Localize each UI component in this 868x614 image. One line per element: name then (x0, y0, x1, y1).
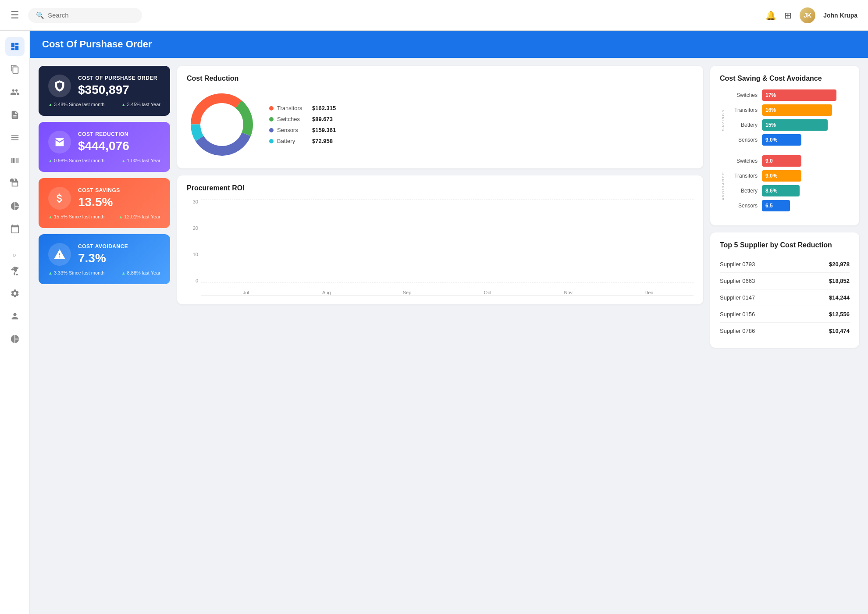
sidebar-item-box[interactable] (5, 174, 25, 193)
kpi-trend-year-label-2: last Year (142, 158, 160, 163)
sidebar-item-document[interactable] (5, 105, 25, 125)
supplier-row-4: Supplier 0786 $10,474 (720, 323, 850, 339)
trend-up-icon-2: ▲ (48, 158, 53, 163)
sidebar-item-piechart[interactable] (5, 329, 25, 349)
sidebar-item-calendar[interactable] (5, 219, 25, 239)
kpi-trend-year: 3.45% (127, 102, 141, 107)
kpi-trend-year-3: 12.01% (124, 214, 140, 219)
cost-reduction-card: Cost Reduction (177, 66, 703, 168)
avoidance-fill-bettery: 8.6% (762, 185, 800, 196)
legend-value-transitors: $162.315 (312, 105, 336, 111)
bar-chart-area: 30 20 10 0 (187, 199, 694, 296)
saving-fill-bettery: 15% (762, 119, 828, 131)
donut-legend: Transitors $162.315 Switches $89.673 Sen… (269, 105, 336, 144)
avoidance-pct-bettery: 8.6% (765, 188, 777, 194)
saving-bar-switches: Switches 17% (729, 89, 850, 101)
procurement-roi-title: Procurement ROI (187, 184, 694, 192)
x-label-aug: Aug (286, 290, 367, 295)
kpi-card-cost-reduction: COST REDUCTION $444,076 ▲ 0.98% Since la… (39, 122, 170, 172)
saving-label-switches: Switches (729, 92, 758, 98)
sidebar-item-dashboard[interactable] (5, 37, 25, 56)
kpi-trend-year-label-3: last Year (142, 214, 160, 219)
x-label-sep: Sep (367, 290, 448, 295)
saving-fill-switches: 17% (762, 89, 836, 101)
supplier-amount-0: $20,978 (829, 261, 850, 268)
screen-icon[interactable]: ⊞ (784, 10, 792, 21)
avatar[interactable]: JK (800, 7, 815, 23)
procurement-roi-card: Procurement ROI 30 20 10 0 (177, 175, 703, 304)
legend-label-switches: Switches (277, 116, 309, 122)
trend-up-year-4: ▲ (121, 271, 126, 275)
savings-bars-section: Switches 17% Transitors (729, 89, 850, 149)
search-input[interactable] (48, 11, 134, 19)
legend-battery: Battery $72.958 (269, 138, 336, 144)
trend-up-icon-year: ▲ (121, 102, 126, 107)
top-navigation: ☰ 🔍 🔔 ⊞ JK John Krupa (0, 0, 868, 31)
legend-switches: Switches $89.673 (269, 116, 336, 122)
saving-bar-transitors: Transitors 16% (729, 104, 850, 116)
sidebar-item-barcode[interactable] (5, 151, 25, 170)
kpi-value-savings: 13.5% (78, 195, 120, 209)
kpi-icon-savings (48, 187, 71, 210)
legend-dot-sensors (269, 128, 274, 132)
bar-chart-container: 30 20 10 0 (187, 199, 694, 296)
sidebar-item-list[interactable] (5, 128, 25, 147)
top-suppliers-card: Top 5 Supplier by Cost Reduction Supplie… (710, 232, 859, 348)
content-area: Cost Of Purshase Order COST OF PURSHASE … (30, 31, 868, 614)
kpi-trend-month-2: 0.98% (54, 158, 68, 163)
supplier-row-0: Supplier 0793 $20,978 (720, 256, 850, 273)
kpi-trend-year-4: 8.88% (127, 270, 141, 275)
kpi-icon-reduction (48, 131, 71, 154)
avoidance-label: AVOIDANCE (721, 171, 725, 200)
avoidance-track-switches: 9.0 (762, 155, 850, 167)
supplier-amount-3: $12,556 (829, 311, 850, 318)
user-name: John Krupa (823, 12, 857, 19)
trend-up-year-3: ▲ (119, 214, 123, 219)
kpi-card-cost-savings: COST SAVINGS 13.5% ▲ 15.5% Since last mo… (39, 178, 170, 228)
kpi-value-purchase: $350,897 (78, 83, 157, 97)
notification-icon[interactable]: 🔔 (765, 10, 776, 21)
saving-pct-bettery: 15% (765, 122, 776, 128)
sidebar-item-users[interactable] (5, 82, 25, 102)
avoidance-fill-sensors: 6.5 (762, 200, 790, 211)
legend-label-transitors: Transitors (277, 105, 309, 111)
y-label-0: 0 (187, 278, 198, 283)
kpi-trend-label-4: Since last month (69, 270, 104, 275)
sidebar-item-rocket[interactable] (5, 261, 25, 280)
trend-up-icon-3: ▲ (48, 214, 53, 219)
sidebar-section-label: D (13, 253, 17, 257)
kpi-trend-year-label-4: last Year (142, 270, 160, 275)
saving-label-sensors: Sensors (729, 137, 758, 143)
avoidance-label-switches: Switches (729, 158, 758, 164)
y-label-10: 10 (187, 252, 198, 257)
legend-dot-transitors (269, 106, 274, 111)
kpi-title-purchase: COST OF PURSHASE ORDER (78, 75, 157, 81)
kpi-icon-purchase (48, 75, 71, 97)
saving-pct-transitors: 16% (765, 107, 776, 113)
sidebar-item-copy[interactable] (5, 60, 25, 79)
bar-chart-axes: 30 20 10 0 (187, 199, 694, 296)
hamburger-menu[interactable]: ☰ (11, 10, 19, 21)
saving-fill-transitors: 16% (762, 104, 832, 116)
supplier-table: Supplier 0793 $20,978 Supplier 0663 $18,… (720, 256, 850, 339)
legend-value-sensors: $159.361 (312, 127, 336, 133)
nav-right: 🔔 ⊞ JK John Krupa (765, 7, 857, 23)
center-column: Cost Reduction (177, 66, 703, 348)
sidebar-item-settings[interactable] (5, 284, 25, 303)
avoidance-pct-sensors: 6.5 (765, 203, 773, 209)
supplier-amount-2: $14,244 (829, 294, 850, 301)
legend-label-sensors: Sensors (277, 127, 309, 133)
saving-label-transitors: Transitors (729, 107, 758, 113)
avoidance-bars-section: Switches 9.0 Transitors (729, 155, 850, 215)
sidebar-item-pie[interactable] (5, 196, 25, 216)
saving-pct-sensors: 9.0% (765, 137, 777, 143)
bars-area: Jul Aug Sep Oct Nov Dec (201, 199, 694, 296)
trend-up-icon: ▲ (48, 102, 53, 107)
avoidance-track-transitors: 9.0% (762, 170, 850, 182)
y-axis: 30 20 10 0 (187, 199, 201, 296)
sidebar-item-team[interactable] (5, 307, 25, 326)
saving-label-bettery: Bettery (729, 122, 758, 128)
avoidance-bar-bettery: Bettery 8.6% (729, 185, 850, 196)
kpi-trend-month-3: 15.5% (54, 214, 68, 219)
supplier-row-1: Supplier 0663 $18,852 (720, 273, 850, 289)
